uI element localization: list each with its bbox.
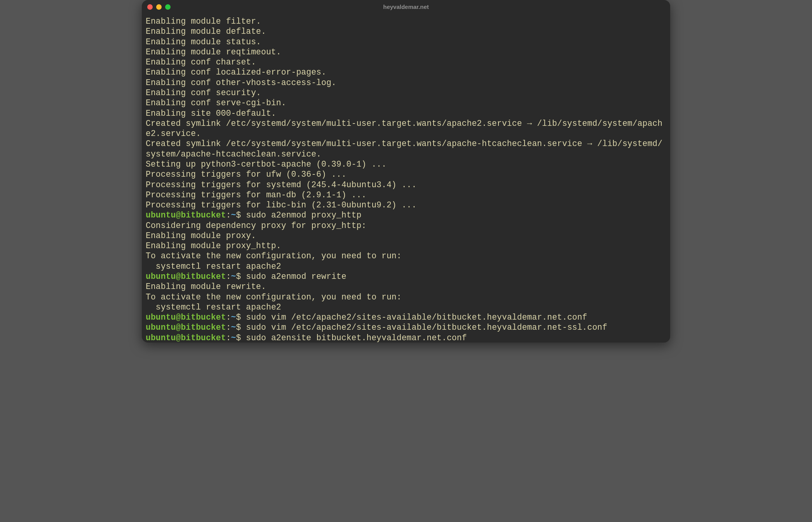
prompt-colon: : xyxy=(226,211,231,220)
prompt-path: ~ xyxy=(231,313,236,322)
output-text: Enabling module proxy. xyxy=(146,231,256,240)
output-line: Enabling module proxy. xyxy=(146,231,666,241)
prompt-at: @ xyxy=(176,313,181,322)
output-line: Enabling conf serve-cgi-bin. xyxy=(146,98,666,108)
output-line: Enabling site 000-default. xyxy=(146,108,666,118)
prompt-at: @ xyxy=(176,333,181,343)
command-text: sudo a2enmod rewrite xyxy=(246,272,346,281)
output-line: To activate the new configuration, you n… xyxy=(146,292,666,302)
output-text: Enabling conf serve-cgi-bin. xyxy=(146,98,286,108)
output-line: systemctl restart apache2 xyxy=(146,261,666,271)
prompt-line: ubuntu@bitbucket:~$ sudo vim /etc/apache… xyxy=(146,312,666,322)
output-text: To activate the new configuration, you n… xyxy=(146,251,402,261)
prompt-at: @ xyxy=(176,323,181,332)
prompt-symbol: $ xyxy=(236,211,246,220)
output-text: Enabling conf charset. xyxy=(146,57,256,67)
prompt-colon: : xyxy=(226,333,231,343)
output-text: Considering dependency proxy for proxy_h… xyxy=(146,221,366,230)
prompt-user: ubuntu xyxy=(146,313,176,322)
prompt-symbol: $ xyxy=(236,323,246,332)
output-line: Created symlink /etc/systemd/system/mult… xyxy=(146,139,666,159)
prompt-symbol: $ xyxy=(236,313,246,322)
window-titlebar: heyvaldemar.net xyxy=(142,0,670,14)
output-text: systemctl restart apache2 xyxy=(146,303,281,312)
output-text: Enabling conf localized-error-pages. xyxy=(146,68,326,77)
prompt-path: ~ xyxy=(231,323,236,332)
prompt-at: @ xyxy=(176,272,181,281)
prompt-user: ubuntu xyxy=(146,323,176,332)
output-text: Created symlink /etc/systemd/system/mult… xyxy=(146,139,662,158)
prompt-user: ubuntu xyxy=(146,333,176,343)
output-text: Enabling module deflate. xyxy=(146,27,266,36)
prompt-colon: : xyxy=(226,313,231,322)
prompt-host: bitbucket xyxy=(181,333,226,343)
output-line: Enabling conf security. xyxy=(146,88,666,98)
prompt-line: ubuntu@bitbucket:~$ sudo a2enmod proxy_h… xyxy=(146,210,666,220)
output-text: Processing triggers for libc-bin (2.31-0… xyxy=(146,200,416,210)
prompt-at: @ xyxy=(176,211,181,220)
output-text: Enabling module reqtimeout. xyxy=(146,47,281,57)
window-controls xyxy=(147,4,171,10)
prompt-path: ~ xyxy=(231,333,236,343)
terminal-window: heyvaldemar.net Enabling module filter.E… xyxy=(142,0,670,343)
output-line: Enabling module deflate. xyxy=(146,26,666,37)
output-line: Considering dependency proxy for proxy_h… xyxy=(146,221,666,231)
output-text: Enabling conf other-vhosts-access-log. xyxy=(146,78,336,87)
window-title: heyvaldemar.net xyxy=(142,3,670,11)
output-text: systemctl restart apache2 xyxy=(146,262,281,271)
prompt-symbol: $ xyxy=(236,272,246,281)
output-line: Enabling module filter. xyxy=(146,16,666,26)
output-text: Enabling module proxy_http. xyxy=(146,241,281,251)
output-line: Processing triggers for man-db (2.9.1-1)… xyxy=(146,190,666,200)
prompt-host: bitbucket xyxy=(181,323,226,332)
output-text: Enabling module filter. xyxy=(146,17,261,26)
command-text: sudo vim /etc/apache2/sites-available/bi… xyxy=(246,323,607,332)
command-text: sudo a2ensite bitbucket.heyvaldemar.net.… xyxy=(246,333,467,343)
output-text: Enabling module rewrite. xyxy=(146,282,266,291)
prompt-symbol: $ xyxy=(236,333,246,343)
output-line: Enabling module status. xyxy=(146,37,666,47)
prompt-colon: : xyxy=(226,272,231,281)
output-line: Processing triggers for systemd (245.4-4… xyxy=(146,180,666,190)
output-line: Enabling module rewrite. xyxy=(146,282,666,292)
output-text: To activate the new configuration, you n… xyxy=(146,292,402,302)
prompt-path: ~ xyxy=(231,272,236,281)
output-line: Enabling conf charset. xyxy=(146,57,666,67)
output-line: Enabling module proxy_http. xyxy=(146,241,666,251)
output-text: Enabling module status. xyxy=(146,37,261,47)
output-line: systemctl restart apache2 xyxy=(146,302,666,312)
output-line: Processing triggers for ufw (0.36-6) ... xyxy=(146,169,666,179)
output-text: Created symlink /etc/systemd/system/mult… xyxy=(146,119,662,138)
command-text: sudo a2enmod proxy_http xyxy=(246,211,361,220)
output-text: Setting up python3-certbot-apache (0.39.… xyxy=(146,160,387,169)
close-icon[interactable] xyxy=(147,4,153,10)
terminal-output[interactable]: Enabling module filter.Enabling module d… xyxy=(142,14,670,343)
output-line: Enabling conf other-vhosts-access-log. xyxy=(146,78,666,88)
prompt-path: ~ xyxy=(231,211,236,220)
minimize-icon[interactable] xyxy=(156,4,162,10)
prompt-host: bitbucket xyxy=(181,211,226,220)
prompt-user: ubuntu xyxy=(146,211,176,220)
prompt-user: ubuntu xyxy=(146,272,176,281)
prompt-host: bitbucket xyxy=(181,272,226,281)
command-text: sudo vim /etc/apache2/sites-available/bi… xyxy=(246,313,587,322)
output-line: Processing triggers for libc-bin (2.31-0… xyxy=(146,200,666,210)
prompt-line: ubuntu@bitbucket:~$ sudo vim /etc/apache… xyxy=(146,322,666,332)
output-line: Created symlink /etc/systemd/system/mult… xyxy=(146,118,666,139)
output-line: Enabling conf localized-error-pages. xyxy=(146,67,666,77)
output-text: Processing triggers for man-db (2.9.1-1)… xyxy=(146,190,366,200)
prompt-line: ubuntu@bitbucket:~$ sudo a2ensite bitbuc… xyxy=(146,333,666,343)
output-line: Enabling module reqtimeout. xyxy=(146,47,666,57)
prompt-line: ubuntu@bitbucket:~$ sudo a2enmod rewrite xyxy=(146,271,666,282)
output-line: Setting up python3-certbot-apache (0.39.… xyxy=(146,159,666,169)
output-text: Processing triggers for systemd (245.4-4… xyxy=(146,180,416,190)
prompt-colon: : xyxy=(226,323,231,332)
output-text: Enabling conf security. xyxy=(146,88,261,97)
output-text: Processing triggers for ufw (0.36-6) ... xyxy=(146,170,347,179)
output-line: To activate the new configuration, you n… xyxy=(146,251,666,261)
output-text: Enabling site 000-default. xyxy=(146,109,276,118)
zoom-icon[interactable] xyxy=(165,4,171,10)
prompt-host: bitbucket xyxy=(181,313,226,322)
